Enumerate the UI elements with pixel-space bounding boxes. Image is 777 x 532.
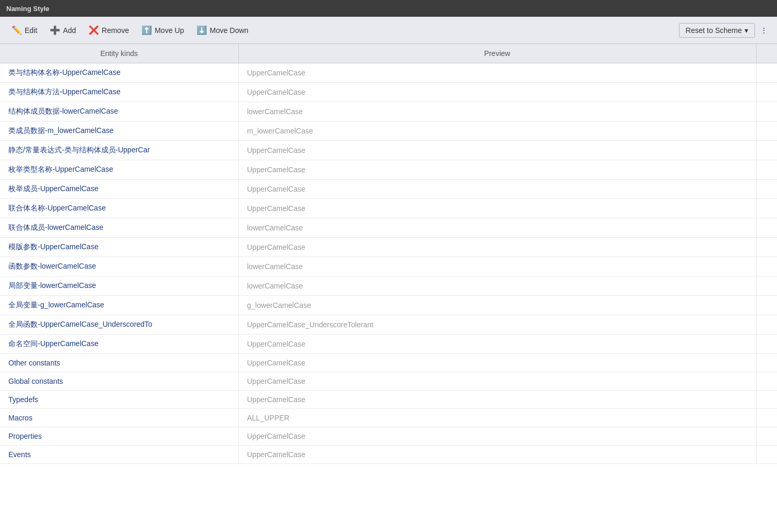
entity-kind-cell: Other constants <box>0 354 238 372</box>
remove-label: Remove <box>102 26 129 35</box>
table-row[interactable]: 枚举成员-UpperCamelCaseUpperCamelCase <box>0 180 777 199</box>
table-row[interactable]: 类与结构体名称-UpperCamelCaseUpperCamelCase <box>0 63 777 83</box>
extra-menu-icon: ⋮ <box>760 26 768 35</box>
table-row[interactable]: TypedefsUpperCamelCase <box>0 391 777 409</box>
title-bar: Naming Style <box>0 0 777 17</box>
edit-label: Edit <box>25 26 37 35</box>
add-icon: ➕ <box>50 25 60 35</box>
reset-label: Reset to Scheme <box>686 26 742 35</box>
extra-cell <box>756 121 777 141</box>
table-row[interactable]: 联合体成员-lowerCamelCaselowerCamelCase <box>0 218 777 238</box>
table-row[interactable]: Global constantsUpperCamelCase <box>0 372 777 391</box>
reset-dropdown-icon: ▾ <box>745 26 748 35</box>
preview-cell: UpperCamelCase <box>238 180 756 199</box>
table-row[interactable]: 局部变量-lowerCamelCaselowerCamelCase <box>0 276 777 296</box>
preview-cell: UpperCamelCase <box>238 199 756 218</box>
entity-kind-cell: 全局变量-g_lowerCamelCase <box>0 296 238 315</box>
preview-cell: UpperCamelCase <box>238 391 756 409</box>
col-entity-header: Entity kinds <box>0 44 238 63</box>
table-row[interactable]: 枚举类型名称-UpperCamelCaseUpperCamelCase <box>0 160 777 180</box>
preview-cell: UpperCamelCase <box>238 141 756 160</box>
entity-kind-cell: Global constants <box>0 372 238 391</box>
table-row[interactable]: 全局函数-UpperCamelCase_UnderscoredToUpperCa… <box>0 315 777 335</box>
extra-cell <box>756 391 777 409</box>
entity-kind-cell: 枚举类型名称-UpperCamelCase <box>0 160 238 180</box>
extra-cell <box>756 199 777 218</box>
move-up-label: Move Up <box>155 26 184 35</box>
extra-cell <box>756 218 777 238</box>
move-up-button[interactable]: ⬆️ Move Up <box>136 23 189 38</box>
extra-cell <box>756 427 777 446</box>
table-row[interactable]: 模版参数-UpperCamelCaseUpperCamelCase <box>0 238 777 257</box>
table-header-row: Entity kinds Preview <box>0 44 777 63</box>
move-down-label: Move Down <box>210 26 248 35</box>
move-up-icon: ⬆️ <box>141 25 152 35</box>
table-row[interactable]: 函数参数-lowerCamelCaselowerCamelCase <box>0 257 777 276</box>
preview-cell: UpperCamelCase <box>238 83 756 102</box>
entity-kind-cell: 结构体成员数据-lowerCamelCase <box>0 102 238 121</box>
entity-kind-cell: 联合体名称-UpperCamelCase <box>0 199 238 218</box>
table-row[interactable]: EventsUpperCamelCase <box>0 446 777 464</box>
extra-cell <box>756 315 777 335</box>
table-row[interactable]: 结构体成员数据-lowerCamelCaselowerCamelCase <box>0 102 777 121</box>
reset-to-scheme-button[interactable]: Reset to Scheme ▾ <box>679 23 755 38</box>
extra-cell <box>756 160 777 180</box>
extra-cell <box>756 409 777 427</box>
table-container: Entity kinds Preview 类与结构体名称-UpperCamelC… <box>0 44 777 532</box>
extra-cell <box>756 335 777 354</box>
extra-cell <box>756 354 777 372</box>
preview-cell: UpperCamelCase <box>238 427 756 446</box>
entity-kind-cell: 联合体成员-lowerCamelCase <box>0 218 238 238</box>
preview-cell: UpperCamelCase <box>238 354 756 372</box>
table-row[interactable]: 类与结构体方法-UpperCamelCaseUpperCamelCase <box>0 83 777 102</box>
extra-cell <box>756 238 777 257</box>
table-row[interactable]: 联合体名称-UpperCamelCaseUpperCamelCase <box>0 199 777 218</box>
preview-cell: lowerCamelCase <box>238 102 756 121</box>
entity-kind-cell: 类成员数据-m_lowerCamelCase <box>0 121 238 141</box>
preview-cell: lowerCamelCase <box>238 218 756 238</box>
preview-cell: UpperCamelCase <box>238 238 756 257</box>
move-down-icon: ⬇️ <box>196 25 207 35</box>
entity-kind-cell: Events <box>0 446 238 464</box>
extra-cell <box>756 372 777 391</box>
entity-kind-cell: 类与结构体名称-UpperCamelCase <box>0 63 238 83</box>
extra-cell <box>756 446 777 464</box>
edit-icon: ✏️ <box>12 25 22 35</box>
table-row[interactable]: 静态/常量表达式-类与结构体成员-UpperCarUpperCamelCase <box>0 141 777 160</box>
extra-cell <box>756 180 777 199</box>
entity-kind-cell: Macros <box>0 409 238 427</box>
preview-cell: m_lowerCamelCase <box>238 121 756 141</box>
preview-cell: ALL_UPPER <box>238 409 756 427</box>
edit-button[interactable]: ✏️ Edit <box>6 23 42 38</box>
move-down-button[interactable]: ⬇️ Move Down <box>191 23 254 38</box>
title-label: Naming Style <box>6 5 49 13</box>
preview-cell: UpperCamelCase <box>238 63 756 83</box>
preview-cell: UpperCamelCase <box>238 446 756 464</box>
remove-icon: ❌ <box>89 25 99 35</box>
table-row[interactable]: Other constantsUpperCamelCase <box>0 354 777 372</box>
entity-kind-cell: 静态/常量表达式-类与结构体成员-UpperCar <box>0 141 238 160</box>
naming-table: Entity kinds Preview 类与结构体名称-UpperCamelC… <box>0 44 777 464</box>
entity-kind-cell: 全局函数-UpperCamelCase_UnderscoredTo <box>0 315 238 335</box>
table-row[interactable]: 命名空间-UpperCamelCaseUpperCamelCase <box>0 335 777 354</box>
add-label: Add <box>63 26 76 35</box>
extra-cell <box>756 257 777 276</box>
add-button[interactable]: ➕ Add <box>45 23 81 38</box>
table-row[interactable]: MacrosALL_UPPER <box>0 409 777 427</box>
preview-cell: lowerCamelCase <box>238 257 756 276</box>
extra-cell <box>756 141 777 160</box>
extra-menu-button[interactable]: ⋮ <box>757 24 771 37</box>
preview-cell: UpperCamelCase <box>238 335 756 354</box>
toolbar: ✏️ Edit ➕ Add ❌ Remove ⬆️ Move Up ⬇️ Mov… <box>0 17 777 44</box>
entity-kind-cell: 局部变量-lowerCamelCase <box>0 276 238 296</box>
table-row[interactable]: PropertiesUpperCamelCase <box>0 427 777 446</box>
extra-cell <box>756 276 777 296</box>
entity-kind-cell: 类与结构体方法-UpperCamelCase <box>0 83 238 102</box>
entity-kind-cell: 函数参数-lowerCamelCase <box>0 257 238 276</box>
preview-cell: g_lowerCamelCase <box>238 296 756 315</box>
table-row[interactable]: 全局变量-g_lowerCamelCaseg_lowerCamelCase <box>0 296 777 315</box>
remove-button[interactable]: ❌ Remove <box>83 23 134 38</box>
col-extra-header <box>756 44 777 63</box>
table-row[interactable]: 类成员数据-m_lowerCamelCasem_lowerCamelCase <box>0 121 777 141</box>
entity-kind-cell: Typedefs <box>0 391 238 409</box>
